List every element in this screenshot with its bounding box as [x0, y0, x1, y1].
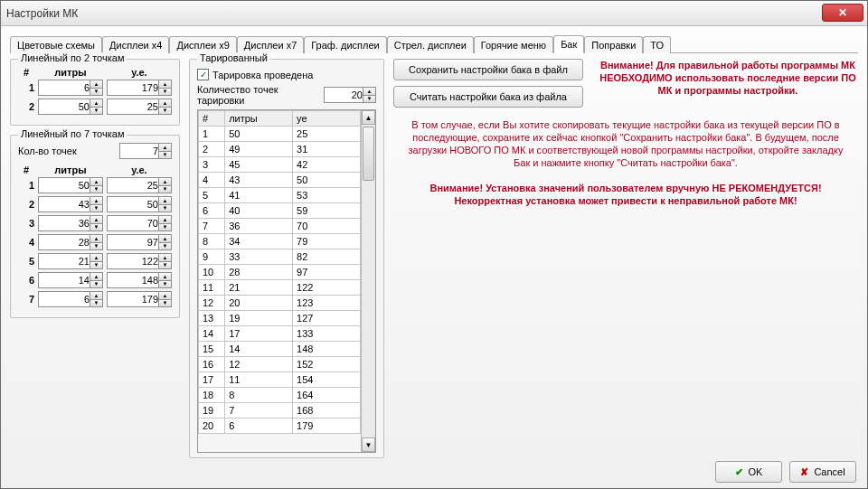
table-row[interactable]: 64059 — [199, 203, 361, 219]
linear7-ue-spinner[interactable]: 97▲▼ — [107, 234, 172, 250]
spin-down-icon[interactable]: ▼ — [158, 224, 171, 231]
spin-down-icon[interactable]: ▼ — [90, 300, 102, 307]
spin-down-icon[interactable]: ▼ — [158, 186, 171, 193]
spin-down-icon[interactable]: ▼ — [158, 108, 171, 115]
linear7-lit-spinner[interactable]: 14▲▼ — [38, 272, 103, 288]
tar-done-checkbox[interactable]: ✓ — [197, 69, 209, 80]
table-row[interactable]: 1121122 — [199, 280, 361, 296]
spin-up-icon[interactable]: ▲ — [158, 80, 171, 89]
spin-down-icon[interactable]: ▼ — [158, 243, 171, 250]
tab-8[interactable]: Поправки — [584, 36, 643, 53]
linear7-ue-spinner[interactable]: 70▲▼ — [107, 215, 172, 231]
grid-scrollbar[interactable]: ▲ ▼ — [361, 110, 375, 452]
spin-up-icon[interactable]: ▲ — [90, 292, 102, 300]
table-row[interactable]: 34542 — [199, 157, 361, 173]
spin-up-icon[interactable]: ▲ — [158, 197, 171, 205]
table-row[interactable]: 206179 — [199, 418, 361, 434]
table-row[interactable]: 1417133 — [199, 326, 361, 342]
tab-7[interactable]: Бак — [553, 35, 584, 53]
scroll-up-icon[interactable]: ▲ — [362, 110, 375, 125]
spin-up-icon[interactable]: ▲ — [158, 144, 171, 152]
linear2-ue-spinner[interactable]: 25▲▼ — [107, 99, 172, 115]
spin-down-icon[interactable]: ▼ — [90, 186, 102, 193]
linear7-lit-spinner[interactable]: 50▲▼ — [38, 177, 103, 193]
spin-up-icon[interactable]: ▲ — [90, 178, 102, 186]
spin-down-icon[interactable]: ▼ — [90, 281, 102, 288]
tar-grid[interactable]: # литры уе 15025249313454244350541536405… — [198, 110, 361, 434]
spin-up-icon[interactable]: ▲ — [158, 216, 171, 224]
table-row[interactable]: 197168 — [199, 403, 361, 418]
spin-up-icon[interactable]: ▲ — [158, 178, 171, 186]
spin-up-icon[interactable]: ▲ — [90, 273, 102, 281]
linear7-lit-spinner[interactable]: 21▲▼ — [38, 253, 103, 269]
ok-button[interactable]: ✔OK — [715, 461, 782, 483]
linear7-lit-spinner[interactable]: 6▲▼ — [38, 291, 103, 307]
tab-5[interactable]: Стрел. дисплеи — [387, 36, 474, 53]
linear7-ue-spinner[interactable]: 179▲▼ — [107, 291, 172, 307]
spin-up-icon[interactable]: ▲ — [158, 292, 171, 300]
tab-1[interactable]: Дисплеи x4 — [102, 36, 169, 53]
spin-up-icon[interactable]: ▲ — [158, 99, 171, 108]
spin-down-icon[interactable]: ▼ — [90, 243, 102, 250]
spin-up-icon[interactable]: ▲ — [90, 254, 102, 262]
table-row[interactable]: 102897 — [199, 265, 361, 280]
linear7-count-spinner[interactable]: 7 ▲▼ — [119, 143, 172, 159]
spin-down-icon[interactable]: ▼ — [363, 96, 375, 103]
scroll-track[interactable] — [362, 125, 375, 437]
table-row[interactable]: 15025 — [199, 127, 361, 142]
spin-up-icon[interactable]: ▲ — [363, 88, 375, 96]
spin-down-icon[interactable]: ▼ — [158, 152, 171, 159]
spin-down-icon[interactable]: ▼ — [90, 262, 102, 269]
linear2-lit-spinner[interactable]: 6▲▼ — [38, 80, 103, 96]
spin-down-icon[interactable]: ▼ — [90, 224, 102, 231]
spin-up-icon[interactable]: ▲ — [158, 235, 171, 243]
spin-up-icon[interactable]: ▲ — [90, 80, 102, 89]
linear7-ue-spinner[interactable]: 148▲▼ — [107, 272, 172, 288]
table-row[interactable]: 188164 — [199, 388, 361, 403]
spin-up-icon[interactable]: ▲ — [90, 216, 102, 224]
spin-up-icon[interactable]: ▲ — [158, 254, 171, 262]
tab-9[interactable]: ТО — [643, 36, 671, 53]
linear2-ue-spinner[interactable]: 179▲▼ — [107, 80, 172, 96]
table-row[interactable]: 1612152 — [199, 357, 361, 372]
table-row[interactable]: 1319127 — [199, 311, 361, 326]
linear7-ue-spinner[interactable]: 25▲▼ — [107, 177, 172, 193]
table-row[interactable]: 93382 — [199, 249, 361, 265]
tar-count-spinner[interactable]: 20 ▲▼ — [324, 87, 376, 103]
spin-down-icon[interactable]: ▼ — [158, 281, 171, 288]
spin-down-icon[interactable]: ▼ — [158, 300, 171, 307]
spin-up-icon[interactable]: ▲ — [158, 273, 171, 281]
linear7-lit-spinner[interactable]: 43▲▼ — [38, 196, 103, 212]
tab-0[interactable]: Цветовые схемы — [10, 36, 102, 53]
table-row[interactable]: 54153 — [199, 188, 361, 203]
tab-6[interactable]: Горячие меню — [474, 36, 553, 53]
table-row[interactable]: 1514148 — [199, 342, 361, 357]
spin-up-icon[interactable]: ▲ — [90, 99, 102, 108]
spin-up-icon[interactable]: ▲ — [90, 235, 102, 243]
spin-down-icon[interactable]: ▼ — [90, 205, 102, 212]
table-row[interactable]: 44350 — [199, 173, 361, 188]
spin-down-icon[interactable]: ▼ — [90, 108, 102, 115]
linear7-ue-spinner[interactable]: 122▲▼ — [107, 253, 172, 269]
linear2-lit-spinner[interactable]: 50▲▼ — [38, 99, 103, 115]
table-row[interactable]: 83479 — [199, 234, 361, 249]
tab-3[interactable]: Дисплеи x7 — [237, 36, 304, 53]
cancel-button[interactable]: ✘Cancel — [789, 461, 856, 483]
save-tank-button[interactable]: Сохранить настройки бака в файл — [393, 59, 583, 80]
table-row[interactable]: 73670 — [199, 219, 361, 234]
spin-up-icon[interactable]: ▲ — [90, 197, 102, 205]
spin-down-icon[interactable]: ▼ — [158, 262, 171, 269]
linear7-ue-spinner[interactable]: 50▲▼ — [107, 196, 172, 212]
tab-2[interactable]: Дисплеи x9 — [169, 36, 236, 53]
scroll-down-icon[interactable]: ▼ — [362, 437, 375, 452]
linear7-lit-spinner[interactable]: 36▲▼ — [38, 215, 103, 231]
close-button[interactable]: ✕ — [822, 4, 863, 22]
tab-4[interactable]: Граф. дисплеи — [304, 36, 386, 53]
spin-down-icon[interactable]: ▼ — [158, 205, 171, 212]
table-row[interactable]: 24931 — [199, 142, 361, 157]
spin-down-icon[interactable]: ▼ — [90, 89, 102, 96]
load-tank-button[interactable]: Считать настройки бака из файла — [393, 86, 583, 108]
scroll-thumb[interactable] — [363, 127, 374, 181]
spin-down-icon[interactable]: ▼ — [158, 89, 171, 96]
table-row[interactable]: 1711154 — [199, 372, 361, 388]
